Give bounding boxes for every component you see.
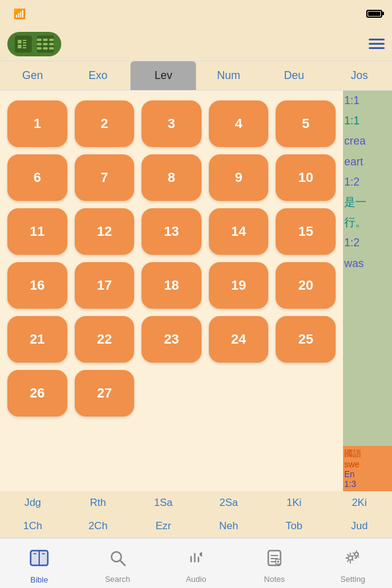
chapter-btn-10[interactable]: 10 <box>276 154 336 201</box>
chapter-btn-1[interactable]: 1 <box>7 100 67 147</box>
svg-rect-1 <box>23 40 26 41</box>
tab-setting[interactable]: Setting <box>314 543 392 584</box>
menu-button[interactable] <box>369 39 385 49</box>
right-text-8: 1:2 <box>343 233 392 253</box>
svg-rect-5 <box>23 47 26 48</box>
right-panel: 1:1 1:1 crea eart 1:2 是一 行。 1:2 was 國語 s… <box>343 91 392 491</box>
chapter-btn-23[interactable]: 23 <box>141 316 202 363</box>
book-item-neh[interactable]: Neh <box>196 520 262 532</box>
chapter-btn-18[interactable]: 18 <box>141 262 202 309</box>
bible-icon <box>29 548 50 573</box>
battery-fill <box>368 12 380 16</box>
chapter-btn-15[interactable]: 15 <box>276 208 336 255</box>
book-item-1ki[interactable]: 1Ki <box>262 497 327 509</box>
svg-rect-9 <box>37 43 42 45</box>
tab-bible[interactable]: Bible <box>0 543 78 584</box>
right-text-6: 是一 <box>343 192 392 213</box>
notes-label: Notes <box>264 575 285 584</box>
right-text-9: was <box>343 254 392 274</box>
tab-notes[interactable]: Notes <box>235 543 314 584</box>
book-item-2ch[interactable]: 2Ch <box>66 520 131 532</box>
book-item-tob[interactable]: Tob <box>262 520 327 532</box>
book-item-rth[interactable]: Rth <box>66 497 131 509</box>
main-content: 1234567891011121314151617181920212223242… <box>0 91 392 491</box>
book-tab-gen[interactable]: Gen <box>0 61 66 90</box>
right-text-5: 1:2 <box>343 172 392 192</box>
right-verse-ref: 1:3 <box>344 479 391 489</box>
svg-rect-10 <box>43 43 48 45</box>
chapter-btn-24[interactable]: 24 <box>209 316 269 363</box>
wifi-icon: 📶 <box>13 8 26 20</box>
chapter-btn-21[interactable]: 21 <box>7 316 67 363</box>
right-text-2: 1:1 <box>343 111 392 131</box>
chapter-btn-22[interactable]: 22 <box>75 316 135 363</box>
book-item-jdg[interactable]: Jdg <box>0 497 66 509</box>
chapter-area: 1234567891011121314151617181920212223242… <box>0 91 343 491</box>
svg-rect-11 <box>49 43 54 45</box>
right-en-text: En <box>344 469 391 479</box>
chapter-btn-6[interactable]: 6 <box>7 154 67 201</box>
right-text-7: 行。 <box>343 213 392 233</box>
tab-search[interactable]: Search <box>78 543 157 584</box>
book-tab-exo[interactable]: Exo <box>66 61 131 90</box>
svg-line-19 <box>120 560 125 565</box>
chapter-btn-12[interactable]: 12 <box>75 208 135 255</box>
chapter-grid: 1234567891011121314151617181920212223242… <box>7 100 336 417</box>
right-text-1: 1:1 <box>343 91 392 111</box>
tab-audio[interactable]: Audio <box>157 543 235 584</box>
svg-rect-4 <box>23 45 26 46</box>
book-item-2ki[interactable]: 2Ki <box>326 497 392 509</box>
audio-icon <box>186 548 206 572</box>
chapter-btn-27[interactable]: 27 <box>75 370 135 417</box>
chapter-btn-7[interactable]: 7 <box>75 154 135 201</box>
setting-label: Setting <box>341 575 365 584</box>
svg-rect-3 <box>18 45 21 48</box>
book-tab-lev[interactable]: Lev <box>130 61 196 90</box>
chapter-btn-25[interactable]: 25 <box>276 316 336 363</box>
search-label: Search <box>105 575 130 584</box>
menu-line-1 <box>369 39 385 40</box>
svg-rect-7 <box>43 39 48 41</box>
status-bar: 📶 <box>0 0 392 27</box>
chapter-btn-5[interactable]: 5 <box>276 100 336 147</box>
svg-rect-0 <box>18 40 21 43</box>
book-item-1ch[interactable]: 1Ch <box>0 520 66 532</box>
svg-rect-14 <box>49 47 54 50</box>
svg-rect-13 <box>43 47 48 50</box>
chapter-btn-19[interactable]: 19 <box>209 262 269 309</box>
chapter-btn-2[interactable]: 2 <box>75 100 135 147</box>
book-item-2sa[interactable]: 2Sa <box>196 497 262 509</box>
right-orange-box: 國語 swe En 1:3 <box>343 446 392 491</box>
book-row-2: 1Ch2ChEzrNehTobJud <box>0 514 392 538</box>
search-icon <box>108 548 127 572</box>
chapter-btn-13[interactable]: 13 <box>141 208 202 255</box>
book-item-1sa[interactable]: 1Sa <box>130 497 196 509</box>
chapter-btn-8[interactable]: 8 <box>141 154 202 201</box>
chapter-btn-4[interactable]: 4 <box>209 100 269 147</box>
chapter-btn-11[interactable]: 11 <box>7 208 67 255</box>
menu-line-2 <box>369 43 385 45</box>
chapter-btn-16[interactable]: 16 <box>7 262 67 309</box>
app-logo[interactable] <box>7 32 61 56</box>
chapter-btn-17[interactable]: 17 <box>75 262 135 309</box>
header <box>0 27 392 61</box>
book-tab-num[interactable]: Num <box>196 61 262 90</box>
book-tab-jos[interactable]: Jos <box>326 61 392 90</box>
status-right <box>366 10 382 18</box>
chapter-btn-20[interactable]: 20 <box>276 262 336 309</box>
svg-rect-12 <box>37 47 42 50</box>
book-tab-deu[interactable]: Deu <box>262 61 327 90</box>
book-row-1: JdgRth1Sa2Sa1Ki2Ki <box>0 491 392 514</box>
battery-icon <box>366 10 382 18</box>
book-item-ezr[interactable]: Ezr <box>130 520 196 532</box>
chapter-btn-14[interactable]: 14 <box>209 208 269 255</box>
book-item-jud[interactable]: Jud <box>326 520 392 532</box>
svg-rect-6 <box>37 39 42 41</box>
chapter-btn-9[interactable]: 9 <box>209 154 269 201</box>
status-left: 📶 <box>10 8 26 20</box>
setting-icon <box>343 548 363 572</box>
chapter-btn-3[interactable]: 3 <box>141 100 202 147</box>
book-section-bottom: JdgRth1Sa2Sa1Ki2Ki 1Ch2ChEzrNehTobJud <box>0 491 392 538</box>
svg-rect-8 <box>49 39 54 41</box>
chapter-btn-26[interactable]: 26 <box>7 370 67 417</box>
